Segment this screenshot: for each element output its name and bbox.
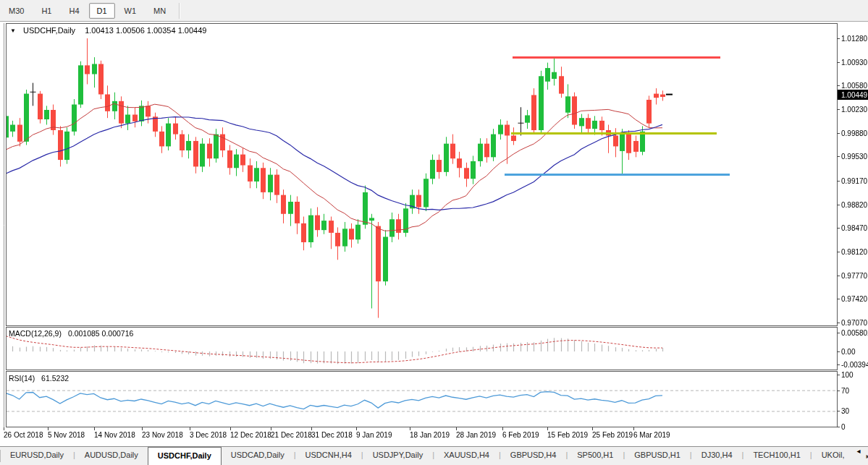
timeframe-button-h1[interactable]: H1 xyxy=(33,3,59,19)
chart-tab-audusd[interactable]: AUDUSD,Daily xyxy=(75,447,148,465)
chart-tab-sp500[interactable]: SP500,H1 xyxy=(568,447,623,465)
toolbar-separator xyxy=(179,3,180,19)
chart-tab-usdjpy[interactable]: USDJPY,Daily xyxy=(363,447,433,465)
macd-indicator-label: MACD(12,26,9) 0.001085 0.000716 xyxy=(9,329,133,338)
chart-title: ▼ USDCHF,Daily 1.00413 1.00506 1.00354 1… xyxy=(10,26,206,35)
chart-tab-usdcad[interactable]: USDCAD,Daily xyxy=(222,447,294,465)
timeframe-toolbar: M30H1H4D1W1MN xyxy=(0,0,868,22)
rsi-name: RSI(14) xyxy=(9,374,35,383)
macd-name: MACD(12,26,9) xyxy=(9,329,62,338)
timeframe-button-d1[interactable]: D1 xyxy=(89,3,115,19)
chart-symbol-label: USDCHF,Daily xyxy=(23,26,75,35)
timeframe-button-mn[interactable]: MN xyxy=(146,3,174,19)
rsi-value: 61.5232 xyxy=(41,374,69,383)
rsi-indicator-label: RSI(14) 61.5232 xyxy=(9,374,69,383)
timeframe-button-h4[interactable]: H4 xyxy=(61,3,87,19)
trading-platform-window: M30H1H4D1W1MN ▼ USDCHF,Daily 1.00413 1.0… xyxy=(0,0,868,465)
tabs-scroll-right-icon[interactable]: ▸ xyxy=(863,452,868,460)
chart-tab-gbpusd[interactable]: GBPUSD,H4 xyxy=(501,447,566,465)
chart-tab-gbpusd[interactable]: GBPUSD,H1 xyxy=(625,447,690,465)
timeframe-button-w1[interactable]: W1 xyxy=(117,3,145,19)
chart-tab-usdcnh[interactable]: USDCNH,H4 xyxy=(296,447,361,465)
chart-ohlc-values: 1.00413 1.00506 1.00354 1.00449 xyxy=(85,26,206,35)
macd-values: 0.001085 0.000716 xyxy=(68,329,134,338)
chart-tab-eurusd[interactable]: EURUSD,Daily xyxy=(1,447,73,465)
chart-tab-usdchf[interactable]: USDCHF,Daily xyxy=(148,447,222,465)
price-chart-canvas[interactable] xyxy=(0,22,868,446)
chart-tab-dj30[interactable]: DJ30,H4 xyxy=(692,447,742,465)
window-menu-icon[interactable]: ▼ xyxy=(10,27,16,34)
chart-tab-ukoil[interactable]: UKOil, xyxy=(812,447,854,465)
timeframe-button-m30[interactable]: M30 xyxy=(1,3,32,19)
chart-tab-bar: EURUSD,Daily|AUDUSD,DailyUSDCHF,DailyUSD… xyxy=(0,446,868,465)
tabs-scroll-left-icon[interactable]: ◂ xyxy=(854,447,863,465)
chart-tab-tech100[interactable]: TECH100,H1 xyxy=(743,447,809,465)
chart-tab-xauusd[interactable]: XAUUSD,H4 xyxy=(434,447,499,465)
